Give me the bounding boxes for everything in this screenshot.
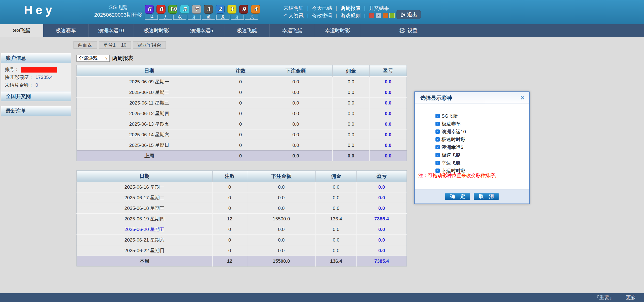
checkbox-checked[interactable]: ✓ [435, 122, 440, 126]
bottom-bar: 『重要』 更多 [0, 293, 644, 302]
sub-tab[interactable]: 单号1 ~ 10 [99, 41, 131, 49]
lottery-option-极速飞艇[interactable]: ✓极速飞艇 [435, 151, 529, 159]
column-header: 盈亏 [370, 65, 407, 77]
date-cell: 2025-06-12 星期四 [77, 108, 222, 119]
modal-title: 选择显示彩种 [420, 94, 452, 102]
skin-swatch[interactable] [369, 13, 374, 18]
header-link[interactable]: 个人资讯 [284, 12, 304, 19]
nav-tab-澳洲幸运5[interactable]: 澳洲幸运5 [179, 24, 224, 37]
column-header: 下注金额 [247, 171, 315, 182]
account-info-header: 账户信息 [1, 53, 71, 63]
header-link[interactable]: 今天已结 [312, 4, 332, 12]
column-header: 盈亏 [357, 171, 407, 182]
lottery-option-澳洲幸运5[interactable]: ✓澳洲幸运5 [435, 143, 529, 151]
gear-icon: ⚙ [399, 27, 406, 35]
commission-cell: 0.0 [332, 98, 370, 108]
table-row: 2025-06-18 星期三00.00.00.0 [77, 203, 407, 214]
header-link[interactable]: 开奖结果 [369, 4, 389, 12]
logout-icon [400, 12, 406, 17]
site-logo: Hey [24, 3, 55, 17]
result-ball: 5 [180, 5, 189, 14]
national-draws-box: 全国开奖网 [1, 91, 71, 101]
amount-cell: 0.0 [259, 87, 333, 98]
lottery-option-label: SG飞艇 [441, 113, 458, 119]
game-select[interactable]: 全部游戏 ∨ [76, 55, 110, 62]
account-info-body: 账号： 快开彩额度：17385.4 未结算金额：0 [1, 63, 71, 92]
commission-cell: 0.0 [332, 87, 370, 98]
nav-tab-SG飞艇[interactable]: SG飞艇 [0, 24, 43, 37]
link-separator: | [364, 4, 365, 12]
nav-tab-澳洲幸运10[interactable]: 澳洲幸运10 [89, 24, 134, 37]
commission-cell: 0.0 [315, 182, 356, 192]
confirm-button[interactable]: 确 定 [445, 193, 470, 200]
nav-tab-幸运时时彩[interactable]: 幸运时时彩 [315, 24, 360, 37]
bets-cell: 0 [212, 192, 247, 203]
nav-tab-极速时时彩[interactable]: 极速时时彩 [134, 24, 179, 37]
unsettled-value: 0 [35, 82, 38, 88]
amount-cell: 0.0 [247, 182, 315, 192]
table-row: 2025-06-20 星期五00.00.00.0 [77, 224, 407, 235]
sub-tab[interactable]: 两面盘 [73, 41, 97, 49]
skin-swatches: ✓ [369, 13, 395, 18]
result-ball: 1 [227, 5, 236, 14]
filter-row: 全部游戏 ∨ 两周报表 [76, 55, 133, 62]
unsettled-label: 未结算金额： [5, 82, 33, 88]
current-draw-number: 20250620003期开奖 [93, 11, 143, 19]
bets-cell: 0 [222, 87, 259, 98]
header-link[interactable]: 修改密码 [312, 12, 332, 19]
more-link[interactable]: 更多 [626, 294, 636, 301]
checkbox-checked[interactable]: ✓ [435, 145, 440, 149]
national-draws-header[interactable]: 全国开奖网 [1, 91, 71, 101]
nav-tab-幸运飞艇[interactable]: 幸运飞艇 [270, 24, 315, 37]
result-ball: 7 [192, 5, 201, 14]
main-nav: SG飞艇极速赛车澳洲幸运10极速时时彩澳洲幸运5极速飞艇幸运飞艇幸运时时彩 ⚙ … [0, 24, 644, 37]
date-cell: 2025-06-13 星期五 [77, 119, 222, 129]
close-icon[interactable]: ✕ [520, 95, 525, 101]
checkbox-checked[interactable]: ✓ [435, 161, 440, 165]
skin-swatch[interactable] [383, 13, 388, 18]
header-link[interactable]: 两周报表 [340, 4, 360, 12]
lottery-option-澳洲幸运10[interactable]: ✓澳洲幸运10 [435, 128, 529, 136]
lottery-option-label: 极速赛车 [441, 121, 461, 127]
report-title: 两周报表 [112, 55, 133, 62]
checkbox-checked[interactable]: ✓ [435, 153, 440, 157]
logout-button[interactable]: 退出 [396, 10, 421, 19]
checkbox-checked[interactable]: ✓ [435, 137, 440, 142]
lottery-option-极速时时彩[interactable]: ✓极速时时彩 [435, 136, 529, 143]
header-link[interactable]: 未结明细 [284, 4, 304, 12]
date-cell: 2025-06-16 星期一 [77, 182, 213, 192]
sub-tab[interactable]: 冠亚军组合 [133, 41, 166, 49]
profit-cell: 0.0 [357, 224, 407, 235]
profit-cell: 0.0 [370, 77, 407, 87]
header-link[interactable]: 游戏规则 [340, 12, 360, 19]
lottery-option-幸运飞艇[interactable]: ✓幸运飞艇 [435, 159, 529, 167]
account-number-row: 账号： [5, 65, 68, 73]
result-ball: 6 [145, 5, 154, 14]
nav-tab-极速飞艇[interactable]: 极速飞艇 [224, 24, 270, 37]
bets-cell: 0 [212, 224, 247, 235]
result-tags: 14大双龙虎龙龙龙 [145, 15, 258, 20]
checkbox-checked[interactable]: ✓ [435, 114, 440, 118]
nav-tab-极速赛车[interactable]: 极速赛车 [43, 24, 89, 37]
skin-swatch[interactable] [389, 13, 395, 18]
latest-orders-header[interactable]: 最新注单 [1, 106, 71, 116]
date-cell[interactable]: 2025-06-20 星期五 [77, 224, 213, 235]
quota-label: 快开彩额度： [5, 75, 33, 80]
table-header-row: 日期注数下注金额佣金盈亏 [77, 65, 407, 77]
commission-cell: 0.0 [315, 224, 356, 235]
cancel-button[interactable]: 取 消 [474, 193, 499, 200]
header-links: 未结明细|今天已结|两周报表|开奖结果 个人资讯|修改密码|游戏规则|✓ [284, 4, 395, 19]
table-row: 2025-06-15 星期日00.00.00.0 [77, 140, 407, 151]
result-tag: 14 [145, 15, 158, 20]
lottery-option-SG飞艇[interactable]: ✓SG飞艇 [435, 112, 529, 120]
date-cell: 本周 [77, 256, 213, 266]
latest-orders-box: 最新注单 [1, 106, 71, 116]
checkbox-checked[interactable]: ✓ [435, 129, 440, 134]
lottery-option-极速赛车[interactable]: ✓极速赛车 [435, 120, 529, 128]
settings-label: 设置 [408, 27, 418, 34]
result-tag: 龙 [188, 15, 201, 20]
settings-button[interactable]: ⚙ 设置 [399, 24, 418, 37]
skin-swatch[interactable]: ✓ [376, 13, 381, 18]
table-row: 2025-06-17 星期二00.00.00.0 [77, 192, 407, 203]
amount-cell: 0.0 [259, 119, 333, 129]
